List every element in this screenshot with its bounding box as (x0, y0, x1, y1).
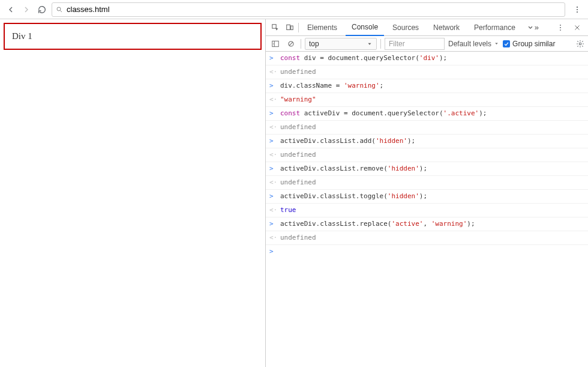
svg-rect-6 (287, 25, 290, 29)
console-input-line: >const activeDiv = document.querySelecto… (266, 107, 588, 121)
devtools-close-icon[interactable] (571, 22, 583, 34)
console-output-line: <·undefined (266, 65, 588, 79)
svg-point-20 (579, 43, 581, 45)
tab-performance[interactable]: Performance (468, 19, 521, 36)
output-caret-icon: <· (269, 205, 275, 216)
console-settings-icon[interactable] (576, 40, 584, 48)
console-output-line: <·undefined (266, 231, 588, 245)
output-caret-icon: <· (269, 94, 275, 105)
code-text: activeDiv.classList.remove('hidden'); (280, 163, 427, 174)
input-caret-icon: > (269, 191, 275, 202)
filter-placeholder: Filter (389, 40, 405, 48)
svg-line-17 (289, 42, 293, 46)
context-selector[interactable]: top (305, 38, 377, 50)
svg-line-1 (61, 10, 62, 12)
input-caret-icon: > (269, 108, 275, 119)
tab-network[interactable]: Network (427, 19, 466, 36)
console-filter-input[interactable]: Filter (385, 38, 445, 50)
svg-marker-19 (495, 43, 498, 44)
chevron-down-icon (367, 41, 373, 47)
tab-elements[interactable]: Elements (301, 19, 343, 36)
clear-console-icon[interactable] (285, 38, 297, 50)
input-caret-icon: > (269, 53, 275, 64)
input-caret-icon: > (269, 80, 275, 91)
inspect-element-icon[interactable] (269, 22, 281, 34)
svg-point-3 (577, 8, 578, 10)
code-text: "warning" (280, 94, 316, 105)
group-similar-toggle[interactable]: Group similar (503, 40, 555, 48)
device-toolbar-icon[interactable] (284, 22, 296, 34)
tabs-overflow-icon[interactable]: » (526, 23, 539, 32)
code-text: undefined (280, 177, 316, 188)
code-text: undefined (280, 232, 316, 243)
code-text: activeDiv.classList.replace('active', 'w… (280, 219, 475, 229)
output-caret-icon: <· (269, 122, 275, 133)
code-text: div.className = 'warning'; (280, 80, 383, 91)
browser-toolbar: classes.html (0, 0, 588, 19)
console-input-line: >div.className = 'warning'; (266, 79, 588, 93)
svg-marker-15 (274, 43, 274, 44)
div-1-text: Div 1 (12, 31, 32, 41)
console-output-line: <·undefined (266, 148, 588, 162)
input-caret-icon: > (269, 136, 275, 147)
chevron-down-icon (494, 41, 499, 46)
code-text: activeDiv.classList.toggle('hidden'); (280, 191, 427, 202)
reload-button[interactable] (36, 4, 48, 16)
url-text: classes.html (67, 5, 110, 14)
svg-rect-7 (291, 26, 293, 29)
svg-rect-13 (272, 41, 279, 46)
code-text: activeDiv.classList.add('hidden'); (280, 136, 415, 147)
console-output-line: <·true (266, 204, 588, 217)
tab-console[interactable]: Console (346, 19, 384, 36)
code-text: undefined (280, 150, 316, 160)
svg-marker-18 (368, 43, 371, 44)
tab-sources[interactable]: Sources (386, 19, 425, 36)
console-input-line: >activeDiv.classList.remove('hidden'); (266, 162, 588, 176)
console-output[interactable]: >const div = document.querySelector('div… (266, 52, 588, 367)
log-levels-selector[interactable]: Default levels (448, 40, 499, 48)
code-text: undefined (280, 122, 316, 133)
code-text: undefined (280, 67, 316, 77)
code-text: const div = document.querySelector('div'… (280, 53, 447, 64)
output-caret-icon: <· (269, 150, 275, 160)
input-caret-icon: > (269, 219, 275, 229)
console-toolbar: top Filter Default levels Group similar (266, 36, 588, 52)
console-input-line: >activeDiv.classList.toggle('hidden'); (266, 190, 588, 204)
output-caret-icon: <· (269, 177, 275, 188)
console-output-line: <·undefined (266, 121, 588, 135)
svg-point-4 (577, 11, 578, 13)
devtools-tabbar: Elements Console Sources Network Perform… (266, 19, 588, 36)
console-input-line: >activeDiv.classList.replace('active', '… (266, 217, 588, 231)
code-text: true (280, 205, 296, 216)
console-input-line: >activeDiv.classList.add('hidden'); (266, 135, 588, 148)
address-bar[interactable]: classes.html (52, 2, 565, 17)
div-1-box: Div 1 (4, 23, 262, 50)
svg-point-10 (560, 29, 561, 31)
forward-button[interactable] (20, 4, 32, 16)
devtools-panel: Elements Console Sources Network Perform… (266, 19, 588, 367)
svg-point-9 (560, 27, 561, 28)
console-input-line: >const div = document.querySelector('div… (266, 52, 588, 65)
search-icon (56, 6, 63, 13)
browser-menu-button[interactable] (571, 4, 583, 16)
console-output-line: <·undefined (266, 176, 588, 190)
output-caret-icon: <· (269, 232, 275, 243)
devtools-menu-button[interactable] (554, 22, 566, 34)
svg-point-2 (577, 6, 578, 7)
context-value: top (309, 40, 319, 48)
svg-point-0 (57, 7, 61, 11)
code-text: const activeDiv = document.querySelector… (280, 108, 487, 119)
console-sidebar-toggle-icon[interactable] (269, 38, 281, 50)
console-prompt[interactable]: > (266, 245, 588, 258)
svg-point-8 (560, 24, 561, 25)
input-caret-icon: > (269, 163, 275, 174)
back-button[interactable] (5, 4, 17, 16)
page-viewport: Div 1 (0, 19, 266, 367)
output-caret-icon: <· (269, 67, 275, 77)
console-output-line: <·"warning" (266, 93, 588, 107)
checkbox-checked-icon (503, 40, 510, 47)
